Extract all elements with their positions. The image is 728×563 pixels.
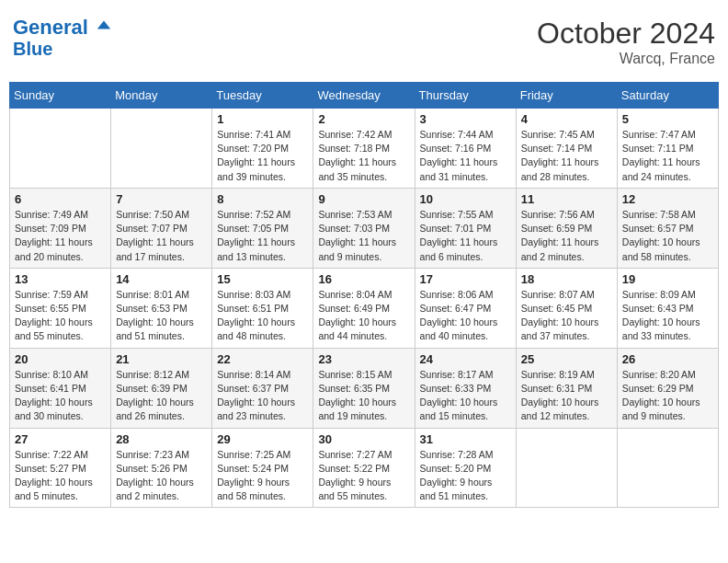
day-number: 26 xyxy=(622,352,713,366)
day-number: 13 xyxy=(15,272,106,286)
day-info: Sunrise: 8:15 AMSunset: 6:35 PMDaylight:… xyxy=(318,368,409,424)
day-number: 23 xyxy=(318,352,409,366)
logo-blue: Blue xyxy=(13,39,112,59)
calendar-cell xyxy=(516,428,617,508)
calendar-cell: 20Sunrise: 8:10 AMSunset: 6:41 PMDayligh… xyxy=(10,348,111,428)
day-number: 22 xyxy=(217,352,308,366)
day-info: Sunrise: 7:50 AMSunset: 7:07 PMDaylight:… xyxy=(116,208,207,264)
calendar-cell: 30Sunrise: 7:27 AMSunset: 5:22 PMDayligh… xyxy=(313,428,415,508)
day-info: Sunrise: 7:56 AMSunset: 6:59 PMDaylight:… xyxy=(521,208,612,264)
calendar-cell: 28Sunrise: 7:23 AMSunset: 5:26 PMDayligh… xyxy=(111,428,212,508)
day-number: 16 xyxy=(318,272,409,286)
logo: General Blue xyxy=(13,17,112,59)
calendar-cell: 2Sunrise: 7:42 AMSunset: 7:18 PMDaylight… xyxy=(313,109,415,189)
weekday-header: Thursday xyxy=(415,83,516,109)
calendar-cell: 1Sunrise: 7:41 AMSunset: 7:20 PMDaylight… xyxy=(212,109,313,189)
day-number: 20 xyxy=(15,352,106,366)
calendar-cell: 10Sunrise: 7:55 AMSunset: 7:01 PMDayligh… xyxy=(415,188,516,268)
calendar-table: SundayMondayTuesdayWednesdayThursdayFrid… xyxy=(9,82,719,508)
day-info: Sunrise: 7:42 AMSunset: 7:18 PMDaylight:… xyxy=(318,128,409,184)
calendar-cell: 29Sunrise: 7:25 AMSunset: 5:24 PMDayligh… xyxy=(212,428,313,508)
day-info: Sunrise: 7:44 AMSunset: 7:16 PMDaylight:… xyxy=(420,128,511,184)
day-number: 29 xyxy=(217,432,308,446)
weekday-header: Monday xyxy=(111,83,212,109)
logo-icon xyxy=(96,17,112,34)
day-number: 24 xyxy=(420,352,511,366)
calendar-cell: 21Sunrise: 8:12 AMSunset: 6:39 PMDayligh… xyxy=(111,348,212,428)
day-number: 21 xyxy=(116,352,207,366)
title-block: October 2024 Warcq, France xyxy=(537,17,715,67)
day-info: Sunrise: 7:47 AMSunset: 7:11 PMDaylight:… xyxy=(622,128,713,184)
day-number: 31 xyxy=(420,432,511,446)
day-info: Sunrise: 7:52 AMSunset: 7:05 PMDaylight:… xyxy=(217,208,308,264)
day-number: 8 xyxy=(217,192,308,206)
weekday-header: Wednesday xyxy=(313,83,415,109)
calendar-cell: 19Sunrise: 8:09 AMSunset: 6:43 PMDayligh… xyxy=(617,268,718,348)
day-number: 2 xyxy=(318,112,409,126)
day-number: 12 xyxy=(622,192,713,206)
location-title: Warcq, France xyxy=(537,51,715,67)
calendar-cell: 13Sunrise: 7:59 AMSunset: 6:55 PMDayligh… xyxy=(10,268,111,348)
day-number: 7 xyxy=(116,192,207,206)
weekday-header: Friday xyxy=(516,83,617,109)
day-info: Sunrise: 7:25 AMSunset: 5:24 PMDaylight:… xyxy=(217,448,308,504)
day-info: Sunrise: 7:28 AMSunset: 5:20 PMDaylight:… xyxy=(420,448,511,504)
page-header: General Blue October 2024 Warcq, France xyxy=(9,9,719,75)
calendar-cell: 17Sunrise: 8:06 AMSunset: 6:47 PMDayligh… xyxy=(415,268,516,348)
day-info: Sunrise: 7:49 AMSunset: 7:09 PMDaylight:… xyxy=(15,208,106,264)
calendar-cell: 5Sunrise: 7:47 AMSunset: 7:11 PMDaylight… xyxy=(617,109,718,189)
calendar-cell: 31Sunrise: 7:28 AMSunset: 5:20 PMDayligh… xyxy=(415,428,516,508)
day-number: 9 xyxy=(318,192,409,206)
day-info: Sunrise: 8:06 AMSunset: 6:47 PMDaylight:… xyxy=(420,288,511,344)
day-info: Sunrise: 8:07 AMSunset: 6:45 PMDaylight:… xyxy=(521,288,612,344)
weekday-header: Sunday xyxy=(10,83,111,109)
day-info: Sunrise: 8:14 AMSunset: 6:37 PMDaylight:… xyxy=(217,368,308,424)
day-info: Sunrise: 8:04 AMSunset: 6:49 PMDaylight:… xyxy=(318,288,409,344)
calendar-cell: 8Sunrise: 7:52 AMSunset: 7:05 PMDaylight… xyxy=(212,188,313,268)
day-info: Sunrise: 8:19 AMSunset: 6:31 PMDaylight:… xyxy=(521,368,612,424)
calendar-cell: 11Sunrise: 7:56 AMSunset: 6:59 PMDayligh… xyxy=(516,188,617,268)
day-number: 10 xyxy=(420,192,511,206)
day-number: 5 xyxy=(622,112,713,126)
calendar-cell: 4Sunrise: 7:45 AMSunset: 7:14 PMDaylight… xyxy=(516,109,617,189)
day-number: 25 xyxy=(521,352,612,366)
day-number: 27 xyxy=(15,432,106,446)
weekday-header: Saturday xyxy=(617,83,718,109)
logo-text: General xyxy=(13,17,112,39)
calendar-cell xyxy=(617,428,718,508)
calendar-cell xyxy=(111,109,212,189)
day-info: Sunrise: 8:17 AMSunset: 6:33 PMDaylight:… xyxy=(420,368,511,424)
day-info: Sunrise: 8:20 AMSunset: 6:29 PMDaylight:… xyxy=(622,368,713,424)
calendar-cell: 15Sunrise: 8:03 AMSunset: 6:51 PMDayligh… xyxy=(212,268,313,348)
weekday-header: Tuesday xyxy=(212,83,313,109)
day-number: 1 xyxy=(217,112,308,126)
calendar-cell: 25Sunrise: 8:19 AMSunset: 6:31 PMDayligh… xyxy=(516,348,617,428)
calendar-cell: 14Sunrise: 8:01 AMSunset: 6:53 PMDayligh… xyxy=(111,268,212,348)
day-number: 4 xyxy=(521,112,612,126)
day-info: Sunrise: 8:03 AMSunset: 6:51 PMDaylight:… xyxy=(217,288,308,344)
day-info: Sunrise: 7:59 AMSunset: 6:55 PMDaylight:… xyxy=(15,288,106,344)
day-info: Sunrise: 7:41 AMSunset: 7:20 PMDaylight:… xyxy=(217,128,308,184)
day-number: 15 xyxy=(217,272,308,286)
day-number: 19 xyxy=(622,272,713,286)
month-title: October 2024 xyxy=(537,17,715,51)
day-info: Sunrise: 7:27 AMSunset: 5:22 PMDaylight:… xyxy=(318,448,409,504)
day-info: Sunrise: 8:01 AMSunset: 6:53 PMDaylight:… xyxy=(116,288,207,344)
day-number: 3 xyxy=(420,112,511,126)
calendar-cell: 9Sunrise: 7:53 AMSunset: 7:03 PMDaylight… xyxy=(313,188,415,268)
day-number: 17 xyxy=(420,272,511,286)
day-number: 11 xyxy=(521,192,612,206)
calendar-cell: 7Sunrise: 7:50 AMSunset: 7:07 PMDaylight… xyxy=(111,188,212,268)
calendar-cell: 18Sunrise: 8:07 AMSunset: 6:45 PMDayligh… xyxy=(516,268,617,348)
calendar-cell: 16Sunrise: 8:04 AMSunset: 6:49 PMDayligh… xyxy=(313,268,415,348)
calendar-cell: 3Sunrise: 7:44 AMSunset: 7:16 PMDaylight… xyxy=(415,109,516,189)
day-number: 6 xyxy=(15,192,106,206)
day-info: Sunrise: 7:23 AMSunset: 5:26 PMDaylight:… xyxy=(116,448,207,504)
day-number: 30 xyxy=(318,432,409,446)
calendar-cell: 26Sunrise: 8:20 AMSunset: 6:29 PMDayligh… xyxy=(617,348,718,428)
day-info: Sunrise: 7:55 AMSunset: 7:01 PMDaylight:… xyxy=(420,208,511,264)
calendar-cell: 24Sunrise: 8:17 AMSunset: 6:33 PMDayligh… xyxy=(415,348,516,428)
day-info: Sunrise: 7:53 AMSunset: 7:03 PMDaylight:… xyxy=(318,208,409,264)
calendar-cell: 23Sunrise: 8:15 AMSunset: 6:35 PMDayligh… xyxy=(313,348,415,428)
calendar-cell: 6Sunrise: 7:49 AMSunset: 7:09 PMDaylight… xyxy=(10,188,111,268)
